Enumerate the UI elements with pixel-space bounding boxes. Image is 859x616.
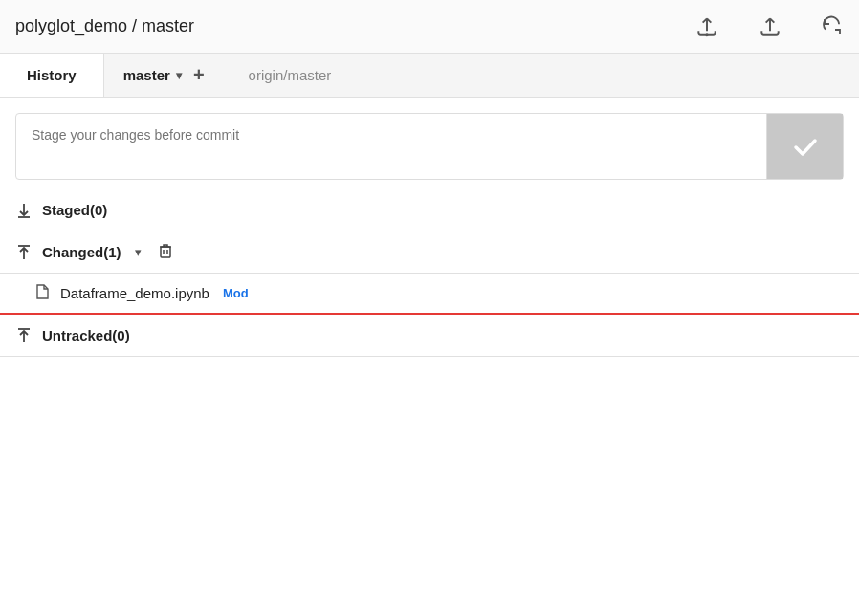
origin-label: origin/master bbox=[230, 67, 351, 83]
file-name: Dataframe_demo.ipynb bbox=[60, 285, 209, 301]
title-bar: polyglot_demo / master bbox=[0, 0, 859, 54]
repo-title: polyglot_demo / master bbox=[15, 16, 694, 36]
file-status-badge: Mod bbox=[223, 286, 249, 300]
push-icon-1[interactable] bbox=[694, 14, 719, 39]
chevron-down-icon: ▾ bbox=[176, 69, 182, 82]
branch-selector[interactable]: master ▾ + bbox=[104, 64, 230, 86]
staged-label: Staged(0) bbox=[42, 202, 107, 218]
changed-dropdown-icon[interactable]: ▾ bbox=[135, 245, 142, 259]
svg-rect-5 bbox=[161, 247, 170, 257]
tab-bar: History master ▾ + origin/master bbox=[0, 54, 859, 98]
staged-section-header: Staged(0) bbox=[0, 189, 859, 231]
delete-changed-icon[interactable] bbox=[157, 242, 174, 263]
file-row[interactable]: Dataframe_demo.ipynb Mod bbox=[0, 274, 859, 315]
refresh-icon[interactable] bbox=[821, 15, 844, 38]
commit-area bbox=[15, 113, 844, 180]
svg-point-0 bbox=[706, 34, 707, 35]
add-branch-icon[interactable]: + bbox=[187, 64, 210, 86]
changed-label: Changed(1) bbox=[42, 244, 121, 260]
file-icon bbox=[34, 283, 51, 303]
commit-message-input[interactable] bbox=[16, 114, 766, 179]
staged-icon bbox=[15, 202, 33, 219]
commit-button[interactable] bbox=[766, 114, 843, 179]
untracked-icon bbox=[15, 327, 33, 344]
untracked-section-header: Untracked(0) bbox=[0, 315, 859, 357]
title-icons bbox=[694, 14, 844, 39]
untracked-label: Untracked(0) bbox=[42, 327, 130, 343]
changed-icon bbox=[15, 244, 33, 261]
push-icon-2[interactable] bbox=[758, 14, 782, 39]
tab-history[interactable]: History bbox=[0, 54, 104, 97]
changed-section-header: Changed(1) ▾ bbox=[0, 231, 859, 274]
